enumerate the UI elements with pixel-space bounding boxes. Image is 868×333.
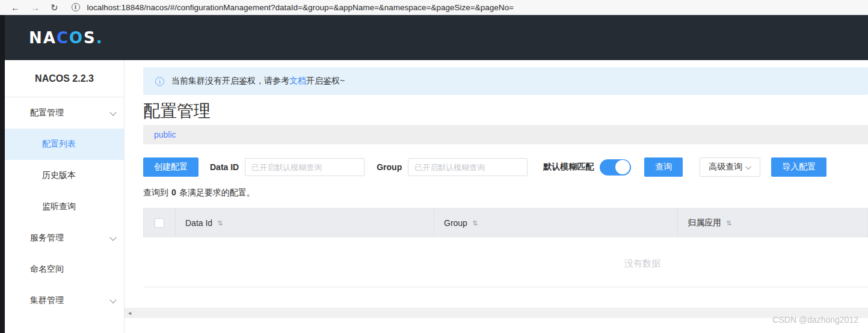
- main-content: i 当前集群没有开启鉴权，请参考文档开启鉴权~ 配置管理 public 创建配置…: [125, 60, 868, 333]
- dataid-label: Data ID: [210, 162, 239, 172]
- sort-icon[interactable]: ⇅: [217, 219, 223, 227]
- advanced-query-button[interactable]: 高级查询: [700, 157, 760, 177]
- advanced-query-label: 高级查询: [709, 162, 742, 173]
- banner-text-before: 当前集群没有开启鉴权，请参考: [171, 76, 289, 85]
- logo-text: S: [84, 29, 96, 47]
- logo-text: C: [57, 29, 69, 47]
- sidebar-item-label: 监听查询: [42, 201, 76, 212]
- select-all-checkbox[interactable]: [155, 218, 164, 228]
- fuzzy-match-label: 默认模糊匹配: [543, 162, 594, 173]
- config-table: Data Id ⇅ Group ⇅ 归属应用 ⇅ 没有数据: [143, 208, 868, 287]
- fuzzy-match-toggle[interactable]: [600, 159, 631, 176]
- sidebar-item-namespace[interactable]: 命名空间: [5, 254, 124, 285]
- namespace-tab-bar: public: [143, 125, 868, 144]
- sidebar-item-cluster-management[interactable]: 集群管理: [5, 285, 124, 316]
- nacos-logo: NACOS.: [29, 29, 103, 47]
- docs-link[interactable]: 文档: [289, 76, 306, 85]
- sort-icon[interactable]: ⇅: [726, 219, 731, 227]
- logo-text: NA: [29, 29, 57, 47]
- scroll-left-arrow-icon[interactable]: ◄: [125, 310, 135, 316]
- sidebar-item-listener-query[interactable]: 监听查询: [5, 191, 124, 222]
- column-header-dataid: Data Id ⇅: [175, 209, 434, 237]
- chevron-down-icon: [109, 234, 116, 240]
- toggle-knob: [615, 160, 630, 174]
- nacos-version-label: NACOS 2.2.3: [5, 60, 124, 97]
- query-toolbar: 创建配置 Data ID Group 默认模糊匹配 查询 高级查询 导入配置: [143, 157, 864, 177]
- horizontal-scrollbar[interactable]: ◄: [125, 308, 868, 318]
- result-suffix: 条满足要求的配置。: [179, 188, 255, 197]
- column-label: Data Id: [185, 218, 212, 228]
- auth-warning-banner: i 当前集群没有开启鉴权，请参考文档开启鉴权~: [143, 67, 868, 95]
- sidebar-item-label: 集群管理: [30, 295, 64, 306]
- select-all-cell: [144, 209, 175, 237]
- dataid-input[interactable]: [245, 158, 365, 176]
- table-body: 没有数据: [143, 237, 868, 287]
- search-button[interactable]: 查询: [644, 157, 683, 177]
- page-title: 配置管理: [143, 100, 211, 123]
- sidebar: NACOS 2.2.3 配置管理 配置列表 历史版本 监听查询 服务管理 命名空…: [5, 60, 125, 333]
- browser-toolbar: ← → ↻ i localhost:18848/nacos/#/configur…: [0, 0, 868, 15]
- create-config-button[interactable]: 创建配置: [143, 157, 199, 177]
- table-header-row: Data Id ⇅ Group ⇅ 归属应用 ⇅: [143, 208, 868, 237]
- browser-back-icon[interactable]: ←: [11, 3, 20, 12]
- info-circle-icon: i: [155, 77, 164, 86]
- column-label: 归属应用: [688, 218, 721, 228]
- group-label: Group: [377, 162, 402, 172]
- chevron-down-icon: [745, 163, 751, 170]
- nacos-console-page: ← → ↻ i localhost:18848/nacos/#/configur…: [0, 0, 868, 333]
- empty-state-text: 没有数据: [606, 258, 679, 269]
- sidebar-item-label: 服务管理: [30, 233, 64, 243]
- sidebar-item-label: 历史版本: [42, 170, 76, 181]
- result-prefix: 查询到: [143, 188, 168, 197]
- sidebar-item-label: 配置列表: [42, 139, 76, 150]
- site-info-icon[interactable]: i: [72, 3, 80, 11]
- column-header-group: Group ⇅: [434, 209, 677, 237]
- import-config-button[interactable]: 导入配置: [771, 157, 826, 177]
- left-edge-strip: [0, 15, 5, 333]
- address-bar-url[interactable]: localhost:18848/nacos/#/configurationMan…: [87, 3, 514, 12]
- sidebar-item-config-management[interactable]: 配置管理: [5, 97, 124, 129]
- browser-forward-icon[interactable]: →: [31, 3, 40, 12]
- sidebar-item-history-versions[interactable]: 历史版本: [5, 160, 124, 191]
- logo-text: O: [69, 29, 84, 47]
- chevron-down-icon: [109, 296, 116, 303]
- column-header-app: 归属应用 ⇅: [677, 209, 867, 237]
- banner-text-after: 开启鉴权~: [306, 76, 345, 85]
- banner-text: 当前集群没有开启鉴权，请参考文档开启鉴权~: [171, 76, 345, 87]
- result-count: 0: [171, 188, 176, 197]
- logo-text: .: [96, 29, 103, 47]
- group-input[interactable]: [408, 158, 528, 176]
- column-label: Group: [444, 218, 467, 228]
- app-header: NACOS.: [5, 15, 868, 60]
- sidebar-item-label: 配置管理: [30, 108, 64, 118]
- namespace-tab-public[interactable]: public: [154, 130, 176, 139]
- chevron-down-icon: [109, 109, 116, 115]
- sidebar-item-config-list[interactable]: 配置列表: [5, 129, 124, 160]
- csdn-watermark: CSDN @dazhong2012: [772, 315, 858, 325]
- browser-reload-icon[interactable]: ↻: [51, 3, 58, 12]
- result-count-line: 查询到0条满足要求的配置。: [143, 188, 255, 198]
- sidebar-item-label: 命名空间: [30, 264, 64, 275]
- sidebar-item-service-management[interactable]: 服务管理: [5, 222, 124, 254]
- sort-icon[interactable]: ⇅: [472, 219, 478, 227]
